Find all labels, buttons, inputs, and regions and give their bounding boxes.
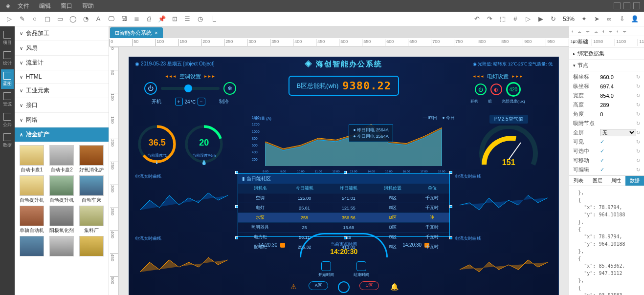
layers-tool-icon[interactable]: ≣ — [132, 14, 141, 24]
prop-reset-icon[interactable]: ↻ — [636, 148, 640, 154]
prop-reset-icon[interactable]: ↻ — [636, 111, 640, 117]
prop-input[interactable] — [600, 121, 636, 126]
category-html[interactable]: ∨HTML — [15, 70, 109, 84]
align-bottom-icon[interactable]: ⫟ — [608, 28, 613, 34]
device-tool-icon[interactable]: ⎙ — [144, 14, 154, 24]
refresh-icon[interactable]: ↻ — [549, 14, 558, 24]
sidebar-item-design[interactable]: 设计 — [1, 49, 14, 68]
section-basic[interactable]: ▸基础 — [569, 36, 644, 48]
start-time-button[interactable]: 开始时间 — [318, 261, 334, 277]
list-tool-icon[interactable]: ☰ — [182, 14, 192, 24]
sidebar-item-public[interactable]: 公共 — [1, 110, 14, 130]
end-time-button[interactable]: 结束时间 — [354, 261, 369, 277]
prop-reset-icon[interactable]: ↻ — [636, 74, 640, 80]
sidebar-item-blueprint[interactable]: 蓝图 — [1, 69, 14, 89]
pen-tool-icon[interactable]: ✎ — [17, 14, 27, 24]
tab-attr[interactable]: 属性 — [607, 176, 625, 186]
tab-list[interactable]: 列表 — [569, 176, 588, 186]
prop-input[interactable] — [600, 102, 636, 108]
align-center-icon[interactable]: ⫠ — [577, 28, 582, 34]
roundrect-tool-icon[interactable]: ▭ — [55, 14, 65, 24]
ac-slider[interactable] — [161, 87, 220, 90]
export-icon[interactable]: ▷ — [523, 14, 533, 24]
temp-minus-button[interactable]: − — [198, 98, 205, 105]
thumb-item[interactable]: 单轴自动机 — [18, 206, 45, 234]
menu-help[interactable]: 帮助 — [82, 2, 94, 10]
prop-reset-icon[interactable]: ↻ — [636, 84, 640, 89]
zoom-value[interactable]: 53% — [563, 16, 575, 22]
prop-select[interactable]: 无 — [600, 129, 636, 136]
category-flowmeter[interactable]: ∨流量计 — [15, 56, 109, 70]
thumb-item[interactable]: 好氧消化炉 — [78, 145, 106, 173]
thumb-item[interactable]: 自动车床 — [78, 175, 106, 204]
prop-input[interactable] — [600, 84, 636, 89]
circle-tool-icon[interactable]: ○ — [30, 14, 40, 24]
crop-icon[interactable]: ⬚ — [498, 14, 508, 24]
prop-checkbox[interactable]: ✓ — [600, 167, 636, 173]
align-left-icon[interactable]: ⫞ — [571, 28, 574, 34]
light-power-knob[interactable]: ⏻ — [475, 84, 487, 95]
prop-reset-icon[interactable]: ↻ — [636, 158, 640, 163]
close-button[interactable] — [633, 2, 640, 9]
thumb-item[interactable]: 自动提升机 — [18, 175, 45, 204]
download-icon[interactable]: ⇩ — [617, 14, 627, 24]
thumb-item[interactable] — [78, 236, 106, 257]
energy-table[interactable]: ▮ 当日能耗区 消耗名今日能耗昨日能耗消耗位置单位空调125.00541.01B… — [238, 173, 450, 237]
sidebar-item-data[interactable]: 数据 — [1, 131, 14, 150]
send-icon[interactable]: ➤ — [592, 14, 601, 24]
tab-close-icon[interactable]: × — [155, 30, 157, 36]
undo-icon[interactable]: ↶ — [472, 14, 482, 24]
align-right-icon[interactable]: ⫟ — [585, 28, 591, 34]
thumb-item[interactable]: 自动卡盘2 — [47, 145, 75, 173]
prop-input[interactable] — [600, 111, 636, 117]
prop-reset-icon[interactable]: ↻ — [636, 167, 640, 172]
sidebar-item-resource[interactable]: 资源 — [1, 90, 14, 109]
user-icon[interactable]: 👤 — [630, 14, 640, 24]
section-node[interactable]: ▾节点 — [569, 60, 644, 71]
design-canvas[interactable]: ◉ 2019-05-23 星期五 [object Object] ◈ 海创智能办… — [119, 47, 569, 295]
prop-reset-icon[interactable]: ↻ — [636, 102, 640, 107]
category-network[interactable]: ∨网络 — [15, 113, 109, 127]
distribute-h-icon[interactable]: ⫞ — [616, 28, 619, 34]
document-tab[interactable]: ⊞ 智能办公系统 × — [110, 27, 162, 38]
redo-icon[interactable]: ↷ — [485, 14, 495, 24]
grid-icon[interactable]: # — [511, 14, 520, 24]
category-food[interactable]: ∨食品加工 — [15, 26, 109, 41]
thumb-item[interactable] — [47, 236, 75, 257]
section-binding[interactable]: ▸绑定数据集 — [569, 48, 644, 60]
menu-edit[interactable]: 编辑 — [39, 2, 51, 10]
ring-tool-icon[interactable]: ◯ — [68, 14, 78, 24]
pointer-tool-icon[interactable]: ▷ — [4, 14, 14, 24]
pin-tool-icon[interactable]: 📌 — [157, 14, 167, 24]
menu-window[interactable]: 窗口 — [61, 2, 72, 10]
json-preview[interactable]: }, { "x": 78.9794, "y": 964.10188 }, { "… — [569, 186, 644, 295]
light-dim-knob[interactable]: ◐ — [490, 84, 502, 95]
prop-reset-icon[interactable]: ↻ — [636, 121, 640, 126]
maximize-button[interactable] — [623, 2, 630, 9]
thumb-item[interactable] — [18, 236, 45, 257]
prop-reset-icon[interactable]: ↻ — [636, 130, 640, 135]
thumb-item[interactable]: 阳极氧化剂 — [47, 206, 75, 234]
tab-data[interactable]: 数据 — [625, 176, 644, 186]
prop-checkbox[interactable]: ✓ — [600, 148, 636, 154]
ac-mode-knob[interactable]: ❄ — [223, 82, 236, 95]
category-industry[interactable]: ∨工业元素 — [15, 84, 109, 98]
dashboard-root[interactable]: ◉ 2019-05-23 星期五 [object Object] ◈ 海创智能办… — [129, 57, 559, 295]
node-tool-icon[interactable]: ⊡ — [170, 14, 179, 24]
align-top-icon[interactable]: ⫠ — [594, 28, 599, 34]
category-interface[interactable]: ∨接口 — [15, 98, 109, 113]
arc-tool-icon[interactable]: ◔ — [81, 14, 90, 24]
tab-layer[interactable]: 图层 — [588, 176, 606, 186]
zone-a-button[interactable]: A区 — [309, 281, 328, 290]
thumb-item[interactable]: 自动提升机 — [47, 175, 75, 204]
temp-plus-button[interactable]: + — [175, 98, 183, 105]
minimize-button[interactable] — [614, 2, 621, 9]
prop-checkbox[interactable]: ✓ — [600, 139, 636, 145]
ac-power-knob[interactable]: ⏻ — [144, 82, 157, 95]
sidebar-item-project[interactable]: 项目 — [1, 28, 14, 48]
prop-reset-icon[interactable]: ↻ — [636, 139, 640, 145]
prop-input[interactable] — [600, 93, 636, 99]
category-metallurgy[interactable]: ∧冶金矿产 — [15, 127, 109, 142]
screen-tool-icon[interactable]: 🖵 — [106, 14, 116, 24]
menu-file[interactable]: 文件 — [18, 2, 29, 10]
